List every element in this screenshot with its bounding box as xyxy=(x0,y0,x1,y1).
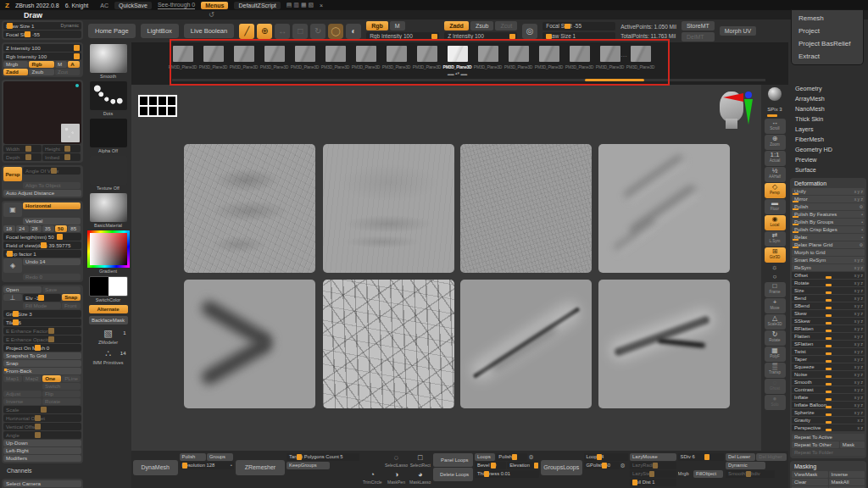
panel-control[interactable]: Map2 xyxy=(23,375,42,382)
deformation-control[interactable]: Flattenx y z xyxy=(792,333,865,340)
deformation-control[interactable]: Rotatex y z xyxy=(792,280,865,286)
panel-control[interactable]: Z Intensity 100 xyxy=(3,44,81,52)
bottom-control[interactable]: Bevel 50 xyxy=(475,462,506,469)
deformation-control[interactable]: SSkewx y z xyxy=(792,318,865,324)
right-shelf-button[interactable] xyxy=(765,86,786,105)
bottom-control[interactable] xyxy=(678,462,724,469)
lightbox-thumbnail[interactable]: PM3D_Plane3D xyxy=(630,46,651,85)
dropdown-menu-item[interactable]: Remesh xyxy=(792,12,863,25)
deformation-control[interactable]: Bendx y z xyxy=(792,295,865,302)
color-picker[interactable]: Gradient xyxy=(89,230,128,274)
zsub-button[interactable]: Zsub xyxy=(470,21,494,30)
panel-control[interactable]: Zcut xyxy=(55,69,80,75)
dynamesh-button[interactable]: DynaMesh xyxy=(133,460,178,475)
panel-control[interactable]: Redo 0 xyxy=(23,274,81,280)
bottom-control[interactable]: ⚙ xyxy=(528,453,538,461)
see-through-slider[interactable]: See-through 0 xyxy=(158,2,195,9)
deformation-control[interactable]: Inflate Balloonx y z xyxy=(792,402,865,408)
deformation-control[interactable]: Inflatex y z xyxy=(792,394,865,401)
panel-control[interactable]: Left-Right xyxy=(3,447,81,454)
quicksave-button[interactable]: QuickSave xyxy=(114,2,152,9)
bottom-control[interactable]: Groups xyxy=(207,453,233,461)
brush-preview-icon[interactable]: ◎ xyxy=(522,24,537,39)
deformation-control[interactable]: Twistx y z xyxy=(792,348,865,355)
deformation-control[interactable]: ReSymx y z xyxy=(792,264,865,271)
bottom-control[interactable] xyxy=(766,462,786,469)
panel-control[interactable]: Grid Size 3 xyxy=(3,310,81,318)
panel-control[interactable]: Width xyxy=(3,145,42,152)
panel-control[interactable]: Project On Mesh 0 xyxy=(3,344,81,352)
bottom-control[interactable]: Dynamic xyxy=(726,462,765,469)
mode-icon[interactable]: □ xyxy=(292,24,308,39)
window-config-icons[interactable]: ▤ ▥ ▦ ▧ xyxy=(287,2,314,8)
bottom-tool-icon[interactable]: ◔TrimCircle xyxy=(361,470,384,486)
lightbox-thumbnail[interactable]: PM3D_Plane3D xyxy=(355,46,376,85)
right-shelf-button[interactable]: ◌Ghost xyxy=(765,379,786,394)
panel-control[interactable]: Scale xyxy=(3,406,81,413)
tool-section-header[interactable]: Layers xyxy=(790,125,866,135)
mode-icon[interactable]: ↻ xyxy=(310,24,326,39)
tool-section-header[interactable]: ArrayMesh xyxy=(790,94,866,104)
deformation-control[interactable]: SBendx y z xyxy=(792,302,865,309)
menus-button[interactable]: Menus xyxy=(201,2,228,9)
right-shelf-button[interactable]: ◉Local xyxy=(765,215,786,230)
bottom-tool-icon[interactable] xyxy=(361,453,384,469)
repeat-to-active-button[interactable]: Repeat To Active xyxy=(792,434,865,441)
reset-config-icon[interactable]: ↺ xyxy=(209,11,214,19)
tool-section-header[interactable]: NanoMesh xyxy=(790,104,866,114)
right-shelf-button[interactable]: □Frame xyxy=(765,282,786,297)
stroke-dots-thumbnail[interactable]: Dots xyxy=(89,81,128,116)
del-mt-button[interactable]: DelMT xyxy=(682,32,715,42)
zadd-button[interactable]: Zadd xyxy=(444,21,469,30)
dropdown-menu-item[interactable]: Project BasRelief xyxy=(792,37,863,50)
deformation-control[interactable]: Mirrorx y z xyxy=(792,196,865,202)
tool-section-header[interactable]: Thick Skin xyxy=(790,114,866,125)
panel-control[interactable]: Horizontal Offset xyxy=(3,414,81,422)
morph-uv-button[interactable]: Morph UV xyxy=(720,26,757,36)
panel-control[interactable]: Vertical xyxy=(23,218,81,225)
panel-control[interactable]: Horizontal xyxy=(23,202,81,209)
deformation-control[interactable]: Sizex y z xyxy=(792,287,865,294)
panel-control[interactable]: M xyxy=(55,61,67,68)
dropdown-menu-item[interactable]: Extract xyxy=(792,50,863,63)
lightbox-thumbnail[interactable]: PM3D_Plane3D ▂▂ ▴▾ ▂▂ xyxy=(447,46,468,85)
panel-control[interactable]: Rgb xyxy=(29,61,53,68)
deformation-control[interactable]: Morph to Grid xyxy=(792,249,865,256)
deformation-control[interactable]: Gravityx z xyxy=(792,417,865,424)
right-shelf-button[interactable]: ▬Floor xyxy=(765,199,786,214)
right-shelf-button[interactable]: ▦PolyF xyxy=(765,347,786,362)
masking-button[interactable]: MaskAll xyxy=(829,479,865,485)
deformation-control[interactable]: Perspectivex z xyxy=(792,424,865,431)
lightbox-thumbnail[interactable]: PM3D_Plane3D xyxy=(264,46,285,85)
lightbox-thumbnail[interactable]: PM3D_Plane3D xyxy=(172,46,193,85)
smooth-brush-thumbnail[interactable]: Smooth xyxy=(89,44,128,79)
tool-section-header[interactable]: Surface xyxy=(790,165,866,175)
deformation-control[interactable]: Polish By Features• xyxy=(792,211,865,218)
deformation-control[interactable]: Skewx y z xyxy=(792,310,865,317)
panel-control[interactable]: Inverse xyxy=(3,398,42,405)
deformation-control[interactable]: Contrastx y z xyxy=(792,386,865,393)
zcut-button[interactable]: Zcut xyxy=(495,21,517,30)
panel-control[interactable]: Rgb Intensity 100 xyxy=(3,53,81,60)
mode-icon[interactable]: ⊕ xyxy=(257,24,272,39)
bottom-control[interactable]: Del Higher xyxy=(756,453,786,461)
panel-control[interactable]: Modifiers xyxy=(3,455,81,462)
panel-control[interactable]: Snap xyxy=(62,294,81,301)
lightbox-thumbnail[interactable]: PM3D_Plane3D xyxy=(325,46,346,85)
bottom-control[interactable]: LazyRadius xyxy=(630,462,676,469)
deformation-title[interactable]: Deformation xyxy=(792,180,865,188)
panel-control[interactable]: Focal length(mm) 50 xyxy=(3,233,81,241)
panel-control[interactable]: Switch xyxy=(42,383,81,390)
panel-control[interactable]: Flip xyxy=(42,391,81,397)
tool-section-header[interactable]: Preview xyxy=(790,155,866,165)
panel-control[interactable]: Up-Down xyxy=(3,440,81,446)
home-page-button[interactable]: Home Page xyxy=(88,24,136,38)
bottom-control[interactable]: LazyStep xyxy=(630,470,676,478)
default-zscript-button[interactable]: DefaultZScript xyxy=(234,2,280,9)
store-mt-button[interactable]: StoreMT xyxy=(682,21,715,30)
panel-control[interactable]: Snap xyxy=(3,360,81,367)
tool-section-header[interactable]: Geometry xyxy=(790,84,866,94)
panel-control[interactable]: Angle Of View xyxy=(23,167,81,175)
repeat-to-other-button[interactable]: Repeat To Other xyxy=(792,441,839,448)
panel-control[interactable]: 35 xyxy=(42,225,54,232)
